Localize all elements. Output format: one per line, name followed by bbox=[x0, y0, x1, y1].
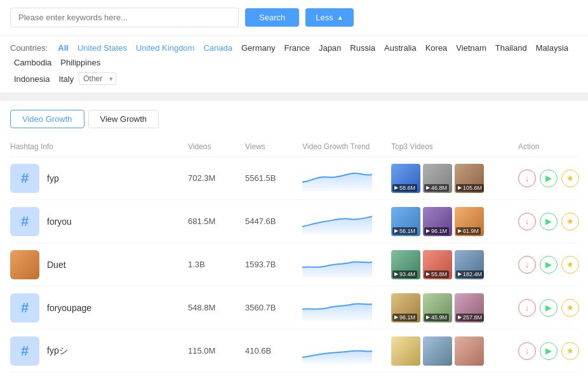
country-philippines[interactable]: Philippines bbox=[57, 57, 104, 69]
download-btn-duet[interactable]: ↓ bbox=[518, 256, 536, 274]
hash-name-fyp: fyp bbox=[47, 173, 59, 183]
hash-name-duet: Duet bbox=[47, 260, 66, 270]
countries-label: Countries: bbox=[10, 43, 48, 53]
top3-duet: ▶93.4M ▶55.8M ▶182.4M bbox=[391, 250, 518, 279]
trend-fyp bbox=[302, 163, 391, 193]
actions-foryou: ↓ ▶ ★ bbox=[518, 213, 582, 230]
video-thumb-fyp2-2[interactable] bbox=[423, 336, 452, 366]
country-vietnam[interactable]: Vietnam bbox=[452, 42, 490, 54]
other-country-select[interactable]: Other bbox=[79, 72, 116, 85]
videos-duet: 1.3B bbox=[188, 260, 245, 269]
table-row: # foryou 681.5M 5447.6B ▶56.1M bbox=[10, 200, 578, 243]
col-views: Views bbox=[245, 142, 302, 151]
video-thumb-foryoupage-1[interactable]: ▶96.1M bbox=[391, 293, 420, 322]
hashtag-info-foryoupage: # foryoupage bbox=[10, 293, 188, 322]
country-thailand[interactable]: Thailand bbox=[491, 42, 531, 54]
video-thumb-fyp-3[interactable]: ▶105.6M bbox=[455, 164, 484, 193]
download-btn-foryou[interactable]: ↓ bbox=[518, 213, 536, 230]
hash-name-foryou: foryou bbox=[47, 216, 72, 227]
download-btn-fyp2[interactable]: ↓ bbox=[518, 342, 536, 360]
top3-fyp: ▶58.6M ▶46.8M ▶105.6M bbox=[391, 164, 518, 193]
table-row: Duet 1.3B 1593.7B ▶93.4M ▶55.8M bbox=[10, 243, 578, 286]
country-indonesia[interactable]: Indonesia bbox=[10, 73, 53, 85]
play-btn-foryoupage[interactable]: ▶ bbox=[540, 299, 558, 317]
table-row: # foryoupage 548.8M 3560.7B ▶96.1M bbox=[10, 286, 578, 329]
videos-foryou: 681.5M bbox=[188, 216, 245, 226]
views-fyp2: 410.6B bbox=[245, 346, 302, 356]
download-btn-fyp[interactable]: ↓ bbox=[518, 170, 536, 187]
views-fyp: 5561.5B bbox=[245, 173, 302, 183]
actions-duet: ↓ ▶ ★ bbox=[518, 256, 582, 274]
country-russia[interactable]: Russia bbox=[346, 42, 379, 54]
star-btn-fyp[interactable]: ★ bbox=[561, 170, 579, 187]
video-thumb-foryou-3[interactable]: ▶61.9M bbox=[455, 207, 484, 236]
less-button[interactable]: Less bbox=[305, 8, 353, 27]
country-cambodia[interactable]: Cambodia bbox=[10, 57, 55, 69]
content-area: Video Growth View Growth Hashtag Info Vi… bbox=[0, 101, 588, 379]
play-btn-fyp[interactable]: ▶ bbox=[540, 170, 558, 187]
video-thumb-duet-1[interactable]: ▶93.4M bbox=[391, 250, 420, 279]
trend-fyp2 bbox=[302, 336, 391, 366]
videos-fyp2: 115.0M bbox=[188, 346, 245, 356]
download-btn-foryoupage[interactable]: ↓ bbox=[518, 299, 536, 317]
tab-view-growth[interactable]: View Growth bbox=[88, 110, 159, 128]
views-duet: 1593.7B bbox=[245, 260, 302, 269]
play-btn-foryou[interactable]: ▶ bbox=[540, 213, 558, 230]
top3-fyp2 bbox=[391, 336, 518, 366]
video-thumb-foryoupage-2[interactable]: ▶45.9M bbox=[423, 293, 452, 322]
video-thumb-fyp-2[interactable]: ▶46.8M bbox=[423, 164, 452, 193]
search-button[interactable]: Search bbox=[245, 8, 299, 27]
video-thumb-foryou-2[interactable]: ▶96.1M bbox=[423, 207, 452, 236]
hash-name-foryoupage: foryoupage bbox=[47, 303, 91, 313]
play-btn-fyp2[interactable]: ▶ bbox=[540, 342, 558, 360]
videos-foryoupage: 548.8M bbox=[188, 303, 245, 312]
actions-fyp: ↓ ▶ ★ bbox=[518, 170, 582, 187]
table-row: # fyp 702.3M 5561.5B ▶58.6M ▶46 bbox=[10, 157, 578, 200]
country-france[interactable]: France bbox=[280, 42, 313, 54]
star-btn-foryoupage[interactable]: ★ bbox=[561, 299, 579, 317]
country-all[interactable]: All bbox=[54, 42, 72, 54]
trend-duet bbox=[302, 249, 391, 279]
actions-fyp2: ↓ ▶ ★ bbox=[518, 342, 582, 360]
hashtag-info-duet: Duet bbox=[10, 250, 188, 279]
trend-foryoupage bbox=[302, 293, 391, 322]
col-top3: Top3 Videos bbox=[391, 142, 518, 151]
video-thumb-fyp2-1[interactable] bbox=[391, 336, 420, 366]
top3-foryoupage: ▶96.1M ▶45.9M ▶257.8M bbox=[391, 293, 518, 322]
country-canada[interactable]: Canada bbox=[199, 42, 236, 54]
country-italy[interactable]: Italy bbox=[55, 73, 77, 85]
col-videos: Videos bbox=[188, 142, 245, 151]
play-btn-duet[interactable]: ▶ bbox=[540, 256, 558, 274]
star-btn-foryou[interactable]: ★ bbox=[561, 213, 579, 230]
video-thumb-foryoupage-3[interactable]: ▶257.8M bbox=[455, 293, 484, 322]
search-input[interactable] bbox=[10, 8, 239, 27]
hashtag-info-fyp2: # fypシ bbox=[10, 336, 188, 366]
col-hashtag-info: Hashtag Info bbox=[10, 142, 188, 151]
hash-name-fyp2: fypシ bbox=[47, 345, 68, 357]
hash-icon-fyp2: # bbox=[10, 336, 39, 366]
video-thumb-fyp2-3[interactable] bbox=[455, 336, 484, 366]
views-foryou: 5447.6B bbox=[245, 216, 302, 226]
video-thumb-foryou-1[interactable]: ▶56.1M bbox=[391, 207, 420, 236]
col-action: Action bbox=[518, 142, 582, 151]
top-bar: Search Less bbox=[0, 0, 588, 36]
video-thumb-duet-3[interactable]: ▶182.4M bbox=[455, 250, 484, 279]
country-malaysia[interactable]: Malaysia bbox=[532, 42, 572, 54]
table-header: Hashtag Info Videos Views Video Growth T… bbox=[10, 138, 578, 157]
star-btn-duet[interactable]: ★ bbox=[561, 256, 579, 274]
actions-foryoupage: ↓ ▶ ★ bbox=[518, 299, 582, 317]
video-thumb-fyp-1[interactable]: ▶58.6M bbox=[391, 164, 420, 193]
country-australia[interactable]: Australia bbox=[380, 42, 420, 54]
col-trend: Video Growth Trend bbox=[302, 142, 391, 151]
star-btn-fyp2[interactable]: ★ bbox=[561, 342, 579, 360]
hash-icon-fyp: # bbox=[10, 164, 39, 193]
video-thumb-duet-2[interactable]: ▶55.8M bbox=[423, 250, 452, 279]
country-korea[interactable]: Korea bbox=[422, 42, 451, 54]
country-japan[interactable]: Japan bbox=[315, 42, 345, 54]
country-germany[interactable]: Germany bbox=[237, 42, 279, 54]
tab-video-growth[interactable]: Video Growth bbox=[10, 110, 84, 128]
hash-thumb-duet bbox=[10, 250, 39, 279]
country-us[interactable]: United States bbox=[74, 42, 131, 54]
country-uk[interactable]: United Kingdom bbox=[132, 42, 199, 54]
top3-foryou: ▶56.1M ▶96.1M ▶61.9M bbox=[391, 207, 518, 236]
